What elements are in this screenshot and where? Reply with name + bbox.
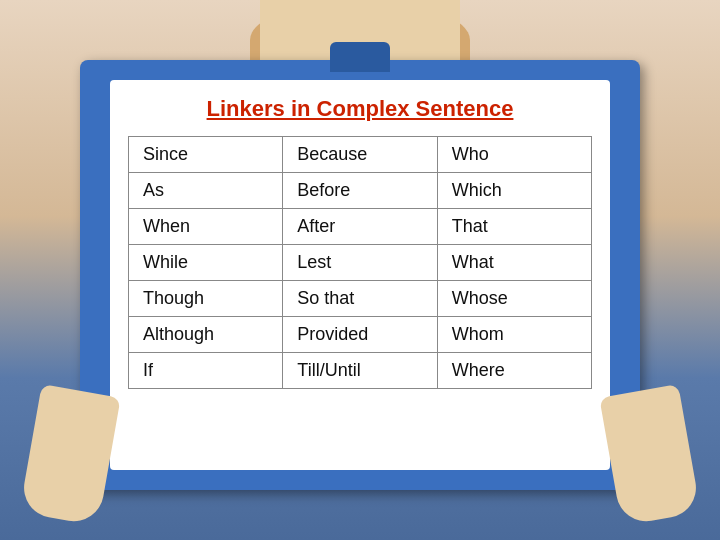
table-cell: Lest (283, 245, 437, 281)
table-cell: Before (283, 173, 437, 209)
table-cell: As (129, 173, 283, 209)
table-cell: Whose (437, 281, 591, 317)
table-row: IfTill/UntilWhere (129, 353, 592, 389)
linkers-table: SinceBecauseWhoAsBeforeWhichWhenAfterTha… (128, 136, 592, 389)
table-cell: So that (283, 281, 437, 317)
table-cell: Till/Until (283, 353, 437, 389)
table-cell: Who (437, 137, 591, 173)
table-row: WhileLestWhat (129, 245, 592, 281)
table-cell: That (437, 209, 591, 245)
clipboard: Linkers in Complex Sentence SinceBecause… (80, 60, 640, 490)
table-row: WhenAfterThat (129, 209, 592, 245)
table-cell: Provided (283, 317, 437, 353)
table-cell: After (283, 209, 437, 245)
table-cell: While (129, 245, 283, 281)
table-cell: Because (283, 137, 437, 173)
table-row: SinceBecauseWho (129, 137, 592, 173)
table-row: AsBeforeWhich (129, 173, 592, 209)
table-cell: If (129, 353, 283, 389)
table-cell: Whom (437, 317, 591, 353)
paper: Linkers in Complex Sentence SinceBecause… (110, 80, 610, 470)
clipboard-clip (330, 42, 390, 72)
page-title: Linkers in Complex Sentence (128, 96, 592, 122)
table-cell: Though (129, 281, 283, 317)
table-cell: Although (129, 317, 283, 353)
table-row: AlthoughProvidedWhom (129, 317, 592, 353)
table-row: ThoughSo thatWhose (129, 281, 592, 317)
table-cell: When (129, 209, 283, 245)
table-cell: Since (129, 137, 283, 173)
table-cell: What (437, 245, 591, 281)
table-cell: Where (437, 353, 591, 389)
table-cell: Which (437, 173, 591, 209)
